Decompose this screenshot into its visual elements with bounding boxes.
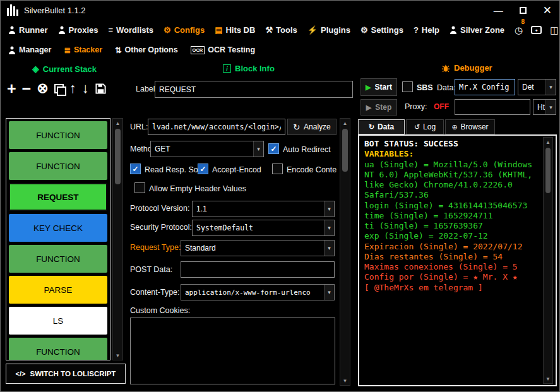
step-button[interactable]: ▶ Step [360,99,397,116]
menu-hitsdb[interactable]: ▤ Hits DB [215,25,255,35]
block-label-input[interactable] [155,81,353,98]
allow-empty-checkbox[interactable] [134,182,145,193]
form-scrollbar[interactable]: ▲ ▼ [340,118,350,386]
remove-block-icon[interactable]: − [22,81,32,97]
scroll-up-icon[interactable]: ▲ [343,119,348,128]
maximize-icon[interactable] [520,7,527,14]
hitsdb-icon: ▤ [215,26,222,34]
move-up-icon[interactable]: ↑ [69,81,76,95]
move-down-icon[interactable]: ↓ [82,81,89,95]
analyze-icon: ↻ [293,122,300,132]
add-block-icon[interactable]: + [7,81,16,97]
stack-item-function[interactable]: FUNCTION [9,152,107,180]
debugger-header: Debugger [441,63,492,73]
scrollbar-thumb[interactable] [545,148,551,193]
output-line: Expiracion (Single) = 2022/07/12 [364,242,540,252]
runner-icon [8,26,16,34]
close-icon[interactable]: ✕ [543,5,552,16]
custom-cookies-textarea[interactable] [130,318,335,384]
debug-proxy-input[interactable] [455,99,530,115]
menu-plugins[interactable]: ⚡ Plugins [307,25,350,35]
dropdown-arrow-icon: ▾ [324,201,334,217]
scroll-up-icon[interactable]: ▲ [545,138,551,146]
tab-data[interactable]: ↻ Data [358,119,405,134]
dropdown-arrow-icon: ▾ [545,100,556,114]
tab-browser[interactable]: ⊕ Browser [445,119,495,134]
start-button[interactable]: ▶ Start [360,78,397,96]
clear-stack-icon[interactable]: ⊗ [37,81,48,95]
content-type-dropdown[interactable]: application/x-www-form-urlenco ▾ [181,284,335,300]
info-icon: i [223,64,231,73]
url-input[interactable] [148,119,285,135]
save-icon[interactable] [95,83,107,95]
read-response-checkbox[interactable]: ✓ [130,163,141,174]
scroll-up-icon[interactable]: ▲ [116,119,121,128]
output-scrollbar[interactable]: ▲ ▼ [543,137,553,384]
debug-proxy-dropdown[interactable]: Ht ▾ [533,99,556,115]
menu-runner[interactable]: Runner [8,25,48,35]
scroll-down-icon[interactable]: ▼ [116,351,121,360]
output-line: ua (Single) = Mozilla/5.0 (Windows NT 6.… [364,160,540,201]
output-line: Config por (Single) = ★ Mr. X ★ [364,272,540,282]
menu-silverzone[interactable]: Silver Zone [450,25,504,35]
minimize-icon[interactable]: — [494,6,503,15]
protocol-dropdown[interactable]: 1.1 ▾ [192,201,335,217]
menu-wordlists[interactable]: ≡ Wordlists [108,25,153,35]
scroll-down-icon[interactable]: ▼ [343,376,348,385]
scrollbar-thumb[interactable] [342,129,348,172]
output-line: VARIABLES: [364,149,540,159]
stack-item-key-check[interactable]: KEY CHECK [9,214,107,242]
dropdown-arrow-icon: ▾ [324,285,334,300]
menu-help[interactable]: ? Help [414,25,439,35]
encode-content-checkbox[interactable] [272,163,283,174]
menu-configs[interactable]: ⚙ Configs [164,25,205,35]
auto-redirect-checkbox[interactable]: ✓ [268,143,279,154]
stack-item-function[interactable]: FUNCTION [9,121,107,149]
output-line: time (Single) = 1652924711 [364,211,540,221]
screenshot-camera-icon[interactable]: ● [531,26,542,34]
scrollbar-thumb[interactable] [115,129,121,184]
label-caption: Label: [136,85,157,93]
proxy-caption: Proxy: [405,102,427,111]
menu-proxies[interactable]: Proxies [58,25,98,35]
scroll-down-icon[interactable]: ▼ [545,374,551,383]
tab-log[interactable]: ↺ Log [406,119,444,134]
submenu-manager[interactable]: Manager [8,45,51,54]
submenu-ocr-testing[interactable]: OCR OCR Testing [191,45,255,54]
wordlists-icon: ≡ [108,26,113,34]
post-data-input[interactable] [181,261,335,278]
request-type-dropdown[interactable]: Standard ▾ [181,240,335,256]
stack-item-request[interactable]: REQUEST [9,183,107,211]
dropdown-arrow-icon: ▾ [253,141,263,157]
start-play-icon: ▶ [366,84,371,91]
layers-icon[interactable]: ◫ [550,25,559,35]
debug-data-dropdown[interactable]: Det ▾ [518,79,556,95]
stack-item-ls[interactable]: LS [9,307,107,335]
history-icon[interactable]: ◷ 8 [515,25,523,35]
submenu-stacker[interactable]: ≣ Stacker [64,45,102,55]
sbs-checkbox[interactable] [402,81,413,92]
analyze-button[interactable]: ↻ Analyze [287,119,337,135]
stack-item-function[interactable]: FUNCTION [9,338,107,360]
bug-icon [441,64,450,73]
stacker-icon: ≣ [64,45,70,55]
debug-data-input[interactable] [455,79,515,95]
stack-item-parse[interactable]: PARSE [9,276,107,304]
accept-encoding-checkbox[interactable]: ✓ [198,163,208,174]
stack-item-function[interactable]: FUNCTION [9,245,107,273]
menu-tools[interactable]: ⚒ Tools [265,25,297,35]
proxy-state[interactable]: OFF [434,102,449,111]
method-dropdown[interactable]: GET ▾ [150,141,264,157]
duplicate-block-icon[interactable] [54,84,64,93]
output-line: Maximas conexiones (Single) = 5 [364,262,540,272]
switch-to-loliscript-button[interactable]: </> SWITCH TO LOLISCRIPT [6,364,126,384]
output-line: [ @TheMrXs em telegram ] [364,283,540,293]
security-dropdown[interactable]: SystemDefault ▾ [192,220,335,236]
submenu-other-options[interactable]: ⇅ Other Options [115,45,178,55]
menu-settings[interactable]: ⚙ Settings [360,25,403,35]
current-stack-header: ◈ Current Stack [32,64,97,74]
stack-scrollbar[interactable]: ▲ ▼ [112,118,123,360]
menu-bar: Runner Proxies ≡ Wordlists ⚙ Configs ▤ H… [1,20,559,40]
data-tab-icon: ↻ [369,123,374,131]
app-window: SilverBullet 1.1.2 — ✕ Runner Proxies ≡ … [0,0,560,392]
